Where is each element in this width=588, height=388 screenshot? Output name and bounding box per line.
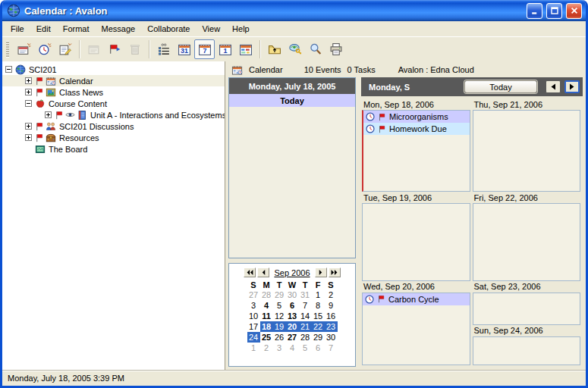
mini-day-4[interactable]: 4 bbox=[260, 300, 273, 311]
mini-day-6[interactable]: 6 bbox=[286, 300, 299, 311]
new-entry-button[interactable] bbox=[55, 39, 75, 59]
tree-item-sci201-discussions[interactable]: SCI201 Discussions bbox=[2, 120, 225, 132]
menu-view[interactable]: View bbox=[196, 22, 226, 36]
multi-week-view-button[interactable] bbox=[235, 39, 256, 59]
mini-day-16[interactable]: 16 bbox=[325, 311, 338, 321]
prev-year-button[interactable] bbox=[244, 268, 256, 277]
flag-message-button[interactable] bbox=[104, 39, 124, 59]
mini-day-28[interactable]: 28 bbox=[260, 289, 273, 300]
mini-day-28[interactable]: 28 bbox=[299, 332, 312, 343]
day-view-today-bar[interactable]: Today bbox=[229, 94, 355, 107]
mini-day-18[interactable]: 18 bbox=[260, 321, 273, 332]
month-view-button[interactable]: 31 bbox=[174, 39, 194, 59]
menu-format[interactable]: Format bbox=[57, 22, 96, 36]
menu-file[interactable]: File bbox=[5, 22, 30, 36]
mini-day-15[interactable]: 15 bbox=[312, 311, 325, 321]
menu-help[interactable]: Help bbox=[226, 22, 256, 36]
mini-day-14[interactable]: 14 bbox=[299, 311, 312, 321]
mini-day-11[interactable]: 11 bbox=[260, 311, 273, 321]
mini-day-1[interactable]: 1 bbox=[312, 289, 325, 300]
mini-day-13[interactable]: 13 bbox=[286, 311, 299, 321]
tree-item-class-news[interactable]: Class News bbox=[2, 86, 225, 98]
new-appointment-button[interactable] bbox=[34, 39, 55, 59]
mini-day-30[interactable]: 30 bbox=[286, 289, 299, 300]
tree-item-the-board[interactable]: The Board bbox=[2, 143, 225, 155]
mini-day-7[interactable]: 7 bbox=[325, 343, 338, 353]
mini-day-22[interactable]: 22 bbox=[312, 321, 325, 332]
mini-day-20[interactable]: 20 bbox=[286, 321, 299, 332]
day-cell-sun-sep-24-2006[interactable] bbox=[473, 336, 581, 365]
mini-day-5[interactable]: 5 bbox=[299, 343, 312, 353]
prev-month-button[interactable] bbox=[257, 268, 269, 277]
search-button[interactable] bbox=[305, 39, 325, 59]
close-button[interactable] bbox=[566, 3, 582, 19]
event-microorganisms[interactable]: Microorganisms bbox=[363, 111, 470, 123]
mini-day-27[interactable]: 27 bbox=[247, 289, 260, 300]
next-week-button[interactable] bbox=[564, 80, 580, 93]
mini-day-2[interactable]: 2 bbox=[260, 343, 273, 353]
day-cell-fri-sep-22-2006[interactable] bbox=[473, 203, 581, 280]
today-button[interactable]: Today bbox=[464, 80, 537, 93]
menu-edit[interactable]: Edit bbox=[30, 22, 57, 36]
event-homework-due[interactable]: Homework Due bbox=[363, 123, 470, 135]
day-cell-thu-sep-21-2006[interactable] bbox=[473, 110, 581, 192]
minus-expander-icon[interactable] bbox=[25, 100, 32, 107]
mini-day-17[interactable]: 17 bbox=[247, 321, 260, 332]
mini-day-4[interactable]: 4 bbox=[286, 343, 299, 353]
new-event-button[interactable] bbox=[14, 39, 34, 59]
plus-expander-icon[interactable] bbox=[25, 134, 32, 141]
tree-item-unit-a-interactions-and-ecosystems[interactable]: Unit A - Interactions and Ecosystems bbox=[2, 109, 225, 120]
maximize-button[interactable] bbox=[546, 3, 562, 19]
previous-week-button[interactable] bbox=[546, 80, 561, 93]
mini-calendar-month-label[interactable]: Sep 2006 bbox=[274, 268, 310, 277]
up-one-level-button[interactable] bbox=[264, 39, 285, 59]
week-view-button[interactable]: 7 bbox=[194, 39, 215, 59]
mini-day-23[interactable]: 23 bbox=[325, 321, 338, 332]
plus-expander-icon[interactable] bbox=[45, 111, 52, 118]
minimize-button[interactable] bbox=[527, 3, 542, 19]
mini-day-21[interactable]: 21 bbox=[299, 321, 312, 332]
mini-day-31[interactable]: 31 bbox=[299, 289, 312, 300]
mini-day-29[interactable]: 29 bbox=[273, 289, 286, 300]
mini-day-9[interactable]: 9 bbox=[325, 300, 338, 311]
day-cell-mon-sep-18-2006[interactable]: MicroorganismsHomework Due bbox=[362, 110, 470, 192]
mini-day-3[interactable]: 3 bbox=[247, 300, 260, 311]
next-year-button[interactable] bbox=[329, 268, 341, 277]
tree-item-resources[interactable]: Resources bbox=[2, 132, 225, 143]
mini-day-8[interactable]: 8 bbox=[312, 300, 325, 311]
mini-day-3[interactable]: 3 bbox=[273, 343, 286, 353]
mini-day-26[interactable]: 26 bbox=[273, 332, 286, 343]
permissions-button[interactable] bbox=[285, 39, 305, 59]
day-cell-tue-sep-19-2006[interactable] bbox=[362, 203, 470, 280]
toolbar-grip[interactable] bbox=[6, 41, 9, 58]
mini-day-6[interactable]: 6 bbox=[312, 343, 325, 353]
mini-day-10[interactable]: 10 bbox=[247, 311, 260, 321]
mini-day-25[interactable]: 25 bbox=[260, 332, 273, 343]
mini-day-29[interactable]: 29 bbox=[312, 332, 325, 343]
tree-item-sci201[interactable]: SCI201 bbox=[2, 64, 225, 75]
plus-expander-icon[interactable] bbox=[25, 89, 32, 95]
tree-item-calendar[interactable]: Calendar bbox=[2, 75, 225, 86]
mini-day-24[interactable]: 24 bbox=[247, 332, 260, 343]
mini-day-7[interactable]: 7 bbox=[299, 300, 312, 311]
menu-message[interactable]: Message bbox=[96, 22, 142, 36]
tree-item-course-content[interactable]: Course Content bbox=[2, 98, 225, 109]
day-cell-sat-sep-23-2006[interactable] bbox=[473, 293, 581, 325]
day-view-body[interactable] bbox=[229, 107, 355, 258]
next-month-button[interactable] bbox=[315, 268, 327, 277]
mini-day-2[interactable]: 2 bbox=[325, 289, 338, 300]
plus-expander-icon[interactable] bbox=[25, 123, 32, 130]
mini-day-1[interactable]: 1 bbox=[247, 343, 260, 353]
mini-day-30[interactable]: 30 bbox=[325, 332, 338, 343]
day-cell-wed-sep-20-2006[interactable]: Carbon Cycle bbox=[362, 293, 470, 365]
minus-expander-icon[interactable] bbox=[5, 66, 12, 73]
print-button[interactable] bbox=[325, 39, 346, 59]
plus-expander-icon[interactable] bbox=[25, 77, 32, 84]
mini-day-5[interactable]: 5 bbox=[273, 300, 286, 311]
day-view-button[interactable]: 1 bbox=[215, 39, 235, 59]
event-carbon-cycle[interactable]: Carbon Cycle bbox=[363, 293, 470, 305]
menu-collaborate[interactable]: Collaborate bbox=[141, 22, 196, 36]
mini-day-19[interactable]: 19 bbox=[273, 321, 286, 332]
mini-day-27[interactable]: 27 bbox=[286, 332, 299, 343]
event-list-view-button[interactable] bbox=[153, 39, 174, 59]
